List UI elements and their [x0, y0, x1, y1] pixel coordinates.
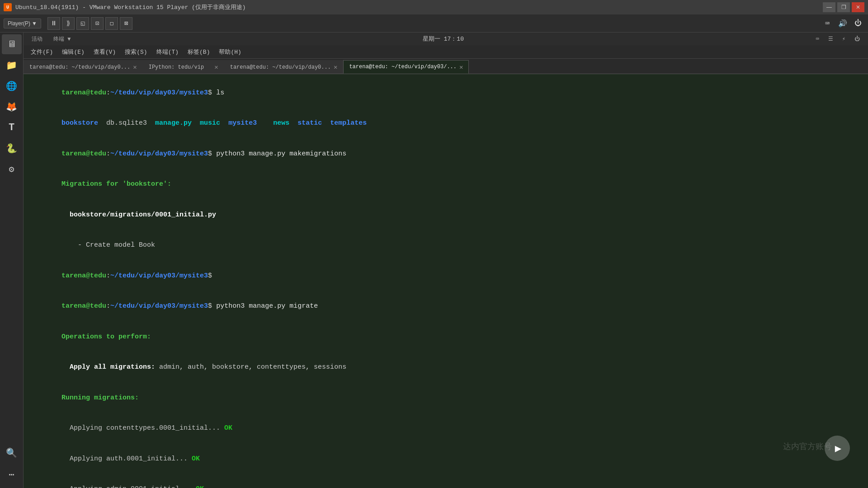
menu-bar: 文件(F) 编辑(E) 查看(V) 搜索(S) 终端(T) 标签(B) 帮助(H…	[24, 45, 868, 59]
apply-all-label: Apply all migrations:	[61, 363, 159, 371]
vmware-icon2[interactable]: ◱	[76, 17, 89, 30]
terminal-line-apply-all: Apply all migrations: admin, auth, books…	[29, 352, 863, 383]
unity-button[interactable]: ◻	[105, 17, 118, 30]
sidebar-bottom: 🔍 ⋯	[2, 443, 22, 488]
menu-search[interactable]: 搜索(S)	[121, 47, 151, 57]
status-bar-top: 活动 终端 ▼ 星期一 17：10 ⌨ ☰ ⚡ ⏻	[24, 33, 868, 45]
sidebar-item-firefox[interactable]: 🦊	[2, 97, 22, 117]
clock: 星期一 17：10	[423, 35, 464, 43]
terminal-line-apply-1: Applying contenttypes.0001_initial... OK	[29, 413, 863, 444]
cmd-makemigrations: python3 manage.py makemigrations	[216, 150, 346, 158]
sidebar-item-search[interactable]: 🔍	[2, 443, 22, 463]
sidebar-item-terminal[interactable]: 🖥	[2, 34, 22, 54]
prompt-2: tarena@tedu	[61, 150, 106, 158]
toolbar-right: ⌨ 🔊 ⏻	[821, 17, 864, 30]
prompt-3: tarena@tedu	[61, 272, 106, 280]
tab-1[interactable]: tarena@tedu: ~/tedu/vip/day0... ✕	[24, 60, 143, 74]
terminal-line-migrations-header: Migrations for 'bookstore':	[29, 169, 863, 200]
title-bar-left: U Ubuntu_18.04(1911) - VMware Workstatio…	[4, 3, 246, 11]
menu-tabs[interactable]: 标签(B)	[184, 47, 213, 57]
ls-news: news	[273, 119, 289, 127]
terminal-line-create-model: - Create model Book	[29, 230, 863, 261]
ls-bookstore: bookstore	[61, 119, 98, 127]
menu-terminal[interactable]: 终端(T)	[153, 47, 182, 57]
terminal-menu-button[interactable]: 终端 ▼	[51, 34, 73, 44]
menu-edit[interactable]: 编辑(E)	[58, 47, 88, 57]
keyboard-status-icon[interactable]: ⌨	[813, 35, 822, 43]
apply-auth-0001: Applying auth.0001_initial...	[61, 455, 192, 463]
terminal-line-apply-2: Applying auth.0001_initial... OK	[29, 444, 863, 474]
tab-4[interactable]: tarena@tedu: ~/tedu/vip/day03/... ✕	[343, 60, 469, 74]
prompt-4: tarena@tedu	[61, 302, 106, 310]
menu-file[interactable]: 文件(F)	[27, 47, 57, 57]
terminal-line-ls-cmd: tarena@tedu:~/tedu/vip/day03/mysite3$ ls	[29, 78, 863, 108]
network-icon[interactable]: ☰	[826, 35, 836, 43]
apply-contenttypes-0001: Applying contenttypes.0001_initial...	[61, 424, 224, 432]
ls-static: static	[297, 119, 322, 127]
apply-all-list: admin, auth, bookstore, contenttypes, se…	[159, 363, 346, 371]
tab-bar: tarena@tedu: ~/tedu/vip/day0... ✕ IPytho…	[24, 59, 868, 74]
keyboard-icon[interactable]: ⌨	[821, 17, 834, 30]
snapshot-button[interactable]: ⊠	[120, 17, 132, 30]
sidebar-item-python[interactable]: 🐍	[2, 138, 22, 158]
tab-4-close[interactable]: ✕	[459, 63, 463, 71]
ok-2: OK	[192, 455, 200, 463]
maximize-button[interactable]: ❐	[837, 2, 850, 12]
create-model-text: - Create model Book	[61, 241, 155, 249]
dropdown-arrow-icon: ▼	[32, 20, 37, 27]
sidebar-item-files[interactable]: 📁	[2, 55, 22, 75]
power-icon[interactable]: ⏻	[852, 17, 864, 30]
terminal-content[interactable]: tarena@tedu:~/tedu/vip/day03/mysite3$ ls…	[24, 74, 868, 488]
battery-icon[interactable]: ⚡	[840, 35, 848, 43]
player-toolbar: Player(P) ▼ ⏸ ⟫ ◱ ⊡ ◻ ⊠ ⌨ 🔊 ⏻	[0, 14, 868, 33]
sidebar: 🖥 📁 🌐 🦊 T 🐍 ⚙ 🔍 ⋯	[0, 33, 24, 488]
tab-3[interactable]: tarena@tedu: ~/tedu/vip/day0... ✕	[224, 60, 344, 74]
play-overlay-button[interactable]: ▶	[825, 436, 850, 461]
prompt-1: tarena@tedu	[61, 89, 106, 97]
main-area: 🖥 📁 🌐 🦊 T 🐍 ⚙ 🔍 ⋯ 活动 终端 ▼ 星期一 17：10 ⌨ ☰ …	[0, 33, 868, 488]
path-4: ~/tedu/vip/day03/mysite3	[110, 302, 208, 310]
power-status-icon[interactable]: ⏻	[852, 35, 863, 43]
tab-3-label: tarena@tedu: ~/tedu/vip/day0...	[230, 64, 331, 70]
sound-icon[interactable]: 🔊	[836, 17, 849, 30]
sidebar-item-settings[interactable]: ⚙	[2, 159, 22, 179]
tab-3-close[interactable]: ✕	[334, 63, 337, 71]
pause-button[interactable]: ⏸	[47, 17, 60, 30]
ls-music: music	[200, 119, 220, 127]
ls-managepy: manage.py	[155, 119, 192, 127]
path-2: ~/tedu/vip/day03/mysite3	[110, 150, 208, 158]
ls-templates: templates	[330, 119, 367, 127]
player-menu-button[interactable]: Player(P) ▼	[4, 19, 41, 28]
close-button[interactable]: ✕	[852, 2, 864, 12]
tab-1-label: tarena@tedu: ~/tedu/vip/day0...	[29, 64, 130, 70]
title-bar-controls: — ❐ ✕	[823, 2, 864, 12]
terminal-line-empty-prompt: tarena@tedu:~/tedu/vip/day03/mysite3$	[29, 261, 863, 291]
migration-file: bookstore/migrations/0001_initial.py	[61, 211, 216, 219]
status-bar-left: 活动 终端 ▼	[29, 34, 73, 44]
sidebar-item-text[interactable]: T	[2, 117, 22, 137]
sidebar-item-browser[interactable]: 🌐	[2, 76, 22, 96]
menu-help[interactable]: 帮助(H)	[215, 47, 245, 57]
vmware-icon: U	[4, 3, 12, 11]
path-1: ~/tedu/vip/day03/mysite3	[110, 89, 208, 97]
play-icon: ▶	[835, 442, 841, 455]
terminal-line-ls-output: bookstore db.sqlite3 manage.py music mys…	[29, 108, 863, 139]
operations-label: Operations to perform:	[61, 333, 151, 341]
activities-button[interactable]: 活动	[29, 34, 45, 44]
tab-1-close[interactable]: ✕	[133, 63, 137, 71]
tab-2[interactable]: IPython: tedu/vip ✕	[143, 60, 224, 74]
terminal-line-initial-py: bookstore/migrations/0001_initial.py	[29, 200, 863, 230]
tab-4-label: tarena@tedu: ~/tedu/vip/day03/...	[349, 64, 457, 70]
minimize-button[interactable]: —	[823, 2, 835, 12]
sidebar-item-more[interactable]: ⋯	[2, 465, 22, 484]
ok-1: OK	[224, 424, 232, 432]
toolbar-icons: ⏸ ⟫ ◱ ⊡ ◻ ⊠	[47, 17, 132, 30]
menu-view[interactable]: 查看(V)	[90, 47, 119, 57]
tab-2-close[interactable]: ✕	[214, 63, 218, 71]
fullscreen-button[interactable]: ⊡	[91, 17, 104, 30]
tab-2-label: IPython: tedu/vip	[149, 64, 204, 70]
terminal-line-running: Running migrations:	[29, 383, 863, 413]
cmd-migrate: python3 manage.py migrate	[216, 302, 318, 310]
send-ctrl-alt-del-button[interactable]: ⟫	[62, 17, 75, 30]
ls-mysite3: mysite3	[228, 119, 257, 127]
